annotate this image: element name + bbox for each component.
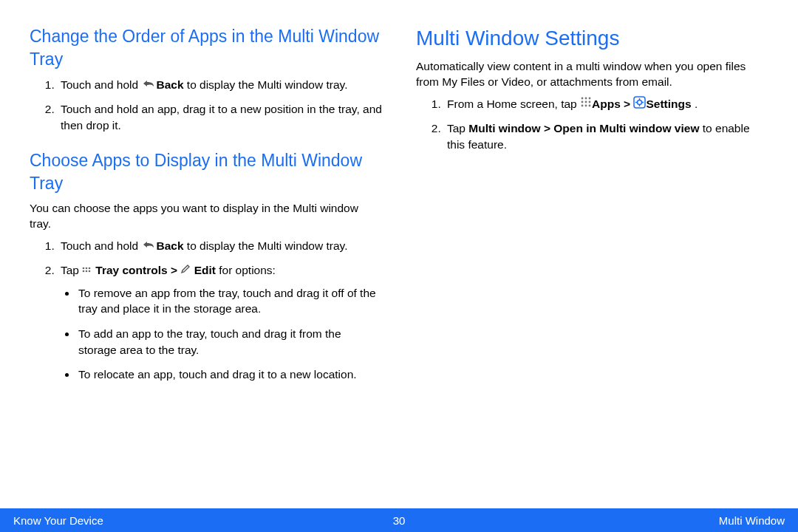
footer-right: Multi Window [719, 514, 785, 527]
heading-choose-apps: Choose Apps to Display in the Multi Wind… [30, 149, 382, 195]
intro-settings: Automatically view content in a multi wi… [416, 59, 768, 90]
step-item: Tap Tray controls > Edit for options: To… [58, 262, 382, 383]
heading-multi-window-settings: Multi Window Settings [416, 25, 768, 52]
steps-change-order: Touch and hold Back to display the Multi… [30, 77, 382, 133]
back-label: Back [156, 78, 183, 91]
text: . [692, 98, 698, 110]
intro-choose-apps: You can choose the apps you want to disp… [30, 201, 382, 232]
text: Tap [447, 122, 468, 134]
svg-point-7 [585, 98, 587, 100]
text: Touch and hold [61, 78, 141, 91]
svg-point-9 [582, 101, 584, 103]
footer-bar: Know Your Device 30 Multi Window [0, 508, 798, 532]
left-column: Change the Order of Apps in the Multi Wi… [30, 25, 382, 508]
text: to display the Multi window tray. [184, 239, 348, 252]
settings-icon [633, 96, 646, 113]
settings-label: Settings [646, 98, 691, 110]
step-item: Touch and hold Back to display the Multi… [58, 77, 382, 94]
svg-point-12 [582, 105, 584, 107]
back-icon [141, 77, 156, 93]
svg-point-4 [86, 270, 88, 273]
svg-point-1 [86, 267, 88, 270]
svg-point-8 [589, 98, 591, 100]
svg-point-14 [589, 105, 591, 107]
back-icon [141, 238, 156, 254]
svg-point-0 [83, 267, 85, 270]
right-column: Multi Window Settings Automatically view… [416, 25, 768, 508]
svg-point-13 [585, 105, 587, 107]
page-number: 30 [393, 514, 406, 527]
tray-controls-icon [82, 262, 95, 279]
apps-icon [580, 96, 592, 112]
svg-point-10 [585, 101, 587, 103]
edit-label: Edit [191, 264, 216, 276]
back-label: Back [156, 239, 183, 252]
step-item: Touch and hold an app, drag it to a new … [58, 101, 382, 133]
heading-change-order: Change the Order of Apps in the Multi Wi… [30, 25, 382, 71]
steps-settings: From a Home screen, tap Apps > Settings … [416, 96, 768, 153]
edit-options: To remove an app from the tray, touch an… [61, 285, 382, 383]
text: Touch and hold [61, 239, 141, 252]
svg-point-6 [582, 98, 584, 100]
svg-point-2 [89, 267, 91, 270]
bullet-item: To relocate an app, touch and drag it to… [77, 366, 382, 383]
svg-point-11 [589, 101, 591, 103]
text: Tap [61, 264, 82, 276]
svg-point-3 [83, 270, 85, 273]
text: to display the Multi window tray. [184, 78, 348, 91]
bullet-item: To add an app to the tray, touch and dra… [77, 326, 382, 358]
edit-icon [180, 262, 191, 279]
steps-choose-apps: Touch and hold Back to display the Multi… [30, 238, 382, 383]
footer-left: Know Your Device [13, 514, 103, 527]
apps-label: Apps > [592, 98, 633, 110]
tray-controls-label: Tray controls > [95, 264, 180, 276]
step-item: From a Home screen, tap Apps > Settings … [444, 96, 768, 113]
multi-window-path: Multi window > Open in Multi window view [468, 122, 699, 134]
svg-point-5 [89, 270, 91, 273]
text: From a Home screen, tap [447, 98, 580, 110]
bullet-item: To remove an app from the tray, touch an… [77, 285, 382, 317]
step-item: Touch and hold Back to display the Multi… [58, 238, 382, 255]
text: for options: [216, 264, 276, 276]
svg-point-16 [638, 100, 642, 104]
step-item: Tap Multi window > Open in Multi window … [444, 120, 768, 152]
